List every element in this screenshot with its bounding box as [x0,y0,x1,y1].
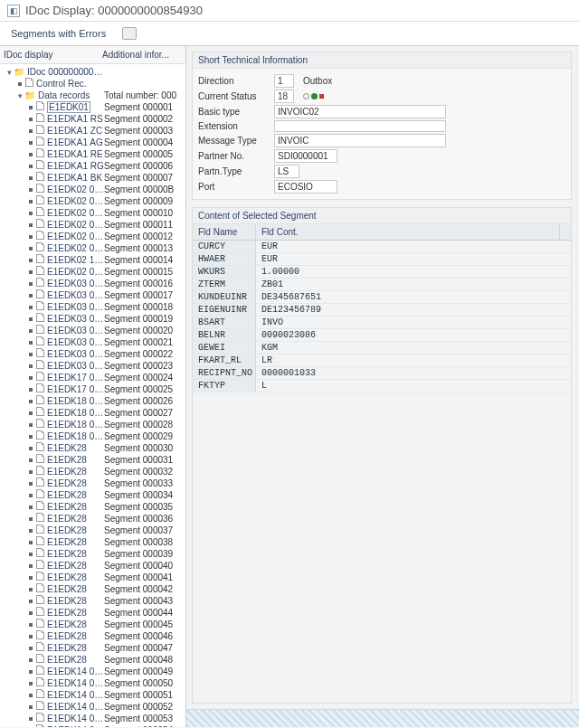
message-type-label: Message Type [198,136,274,146]
field-row-HWAER[interactable]: HWAEREUR [193,253,571,266]
segment-E1EDK18-001[interactable]: E1EDK18 001Segment 000026 [0,395,185,407]
field-row-BSART[interactable]: BSARTINVO [193,317,571,329]
segment-E1EDK28[interactable]: E1EDK28Segment 000045 [0,619,185,630]
status-label: Current Status [198,91,274,101]
app-icon: ◧ [7,5,20,17]
grid-scroll-spacer [560,224,571,240]
segment-E1EDK02-002[interactable]: E1EDK02 002Segment 000010 [0,207,185,219]
status-indicator [303,93,324,99]
tree-panel: IDoc display Additional infor... ▾📁IDoc … [0,46,186,727]
segment-E1EDK02-009[interactable]: E1EDK02 009Segment 00000B [0,184,185,195]
segment-E1EDK28[interactable]: E1EDK28Segment 000043 [0,595,185,607]
segment-E1EDK03-011[interactable]: E1EDK03 011Segment 000020 [0,325,185,336]
partner-no-value: SDI0000001 [274,149,337,163]
segments-with-errors-button[interactable]: Segments with Errors [11,28,106,39]
field-row-CURCY[interactable]: CURCYEUR [193,241,571,253]
segment-E1EDKA1-RS[interactable]: E1EDKA1 RSSegment 000002 [0,113,185,125]
field-row-FKTYP[interactable]: FKTYPL [193,380,571,392]
tree-control-rec[interactable]: Control Rec. [0,78,185,90]
segment-E1EDK17-001[interactable]: E1EDK17 001Segment 000024 [0,372,185,383]
tree-header-col2: Additional infor... [102,50,182,60]
segment-E1EDK28[interactable]: E1EDK28Segment 000031 [0,454,185,466]
segment-E1EDK14-007[interactable]: E1EDK14 007Segment 000050 [0,677,185,689]
segment-E1EDK28[interactable]: E1EDK28Segment 000046 [0,630,185,642]
port-value: ECOSIO [274,180,337,194]
segment-E1EDK14-003[interactable]: E1EDK14 003Segment 000053 [0,713,185,724]
segment-content-header: Content of Selected Segment [193,208,571,224]
grid-col-fldname[interactable]: Fld Name [193,224,256,240]
segment-E1EDK03-048[interactable]: E1EDK03 048Segment 000023 [0,360,185,372]
toolbar: Segments with Errors [0,22,579,46]
segment-E1EDKA1-RG[interactable]: E1EDKA1 RGSegment 000006 [0,160,185,172]
segment-E1EDKA1-ZC[interactable]: E1EDKA1 ZCSegment 000003 [0,125,185,137]
segment-E1EDK02-001[interactable]: E1EDK02 001Segment 000009 [0,195,185,207]
basic-type-value: INVOIC02 [274,105,446,118]
field-row-ZTERM[interactable]: ZTERMZB01 [193,279,571,291]
segment-E1EDK02-017[interactable]: E1EDK02 017Segment 000012 [0,231,185,242]
field-row-KUNDEUINR[interactable]: KUNDEUINRDE345687651 [193,291,571,304]
grid-body[interactable]: CURCYEURHWAEREURWKURS1.00000ZTERMZB01KUN… [193,241,571,703]
segment-E1EDK28[interactable]: E1EDK28Segment 000039 [0,548,185,560]
segment-E1EDK28[interactable]: E1EDK28Segment 000037 [0,525,185,536]
segment-E1EDK03-028[interactable]: E1EDK03 028Segment 000022 [0,348,185,360]
segment-E1EDK28[interactable]: E1EDK28Segment 000040 [0,560,185,572]
segment-E1EDK01[interactable]: E1EDK01Segment 000001 [0,101,185,113]
segment-E1EDK14-008[interactable]: E1EDK14 008Segment 000049 [0,666,185,677]
port-label: Port [198,182,274,192]
segment-E1EDK03-024[interactable]: E1EDK03 024Segment 000021 [0,336,185,348]
segment-E1EDK18-005[interactable]: E1EDK18 005Segment 000029 [0,430,185,442]
segment-E1EDK28[interactable]: E1EDK28Segment 000033 [0,477,185,489]
partn-type-label: Partn.Type [198,166,274,176]
segment-E1EDK03-012[interactable]: E1EDK03 012Segment 000019 [0,313,185,325]
tree-data-records[interactable]: ▾📁Data recordsTotal number: 000 [0,90,185,101]
tree-header: IDoc display Additional infor... [0,46,185,64]
field-row-EIGENUINR[interactable]: EIGENUINRDE123456789 [193,304,571,317]
direction-label: Direction [198,76,274,86]
segment-E1EDKA1-RE[interactable]: E1EDKA1 RESegment 000005 [0,148,185,160]
field-row-WKURS[interactable]: WKURS1.00000 [193,266,571,279]
segment-E1EDK28[interactable]: E1EDK28Segment 000041 [0,572,185,583]
segment-E1EDK28[interactable]: E1EDK28Segment 000044 [0,607,185,619]
segment-E1EDK28[interactable]: E1EDK28Segment 000035 [0,501,185,513]
partner-no-label: Partner No. [198,151,274,161]
tech-info-header: Short Technical Information [193,52,571,69]
field-row-GEWEI[interactable]: GEWEIKGM [193,342,571,355]
tech-info-panel: Short Technical Information Direction1Ou… [192,52,572,200]
segment-E1EDK18-002[interactable]: E1EDK18 002Segment 000027 [0,407,185,419]
segment-E1EDK28[interactable]: E1EDK28Segment 000048 [0,654,185,666]
segment-E1EDK28[interactable]: E1EDK28Segment 000034 [0,489,185,501]
segment-E1EDK03-026[interactable]: E1EDK03 026Segment 000016 [0,278,185,289]
layout-icon-button[interactable] [122,27,137,40]
segment-E1EDKA1-BK[interactable]: E1EDKA1 BKSegment 000007 [0,172,185,184]
segment-E1EDK28[interactable]: E1EDK28Segment 000042 [0,583,185,595]
segment-E1EDK14-006[interactable]: E1EDK14 006Segment 000051 [0,689,185,701]
segment-E1EDK03-001[interactable]: E1EDK03 001Segment 000017 [0,289,185,301]
segment-E1EDK02-107[interactable]: E1EDK02 107Segment 000014 [0,254,185,266]
segment-E1EDK18-003[interactable]: E1EDK18 003Segment 000028 [0,419,185,430]
segment-E1EDK28[interactable]: E1EDK28Segment 000032 [0,466,185,477]
tree-body[interactable]: ▾📁IDoc 0000000000854930Control Rec.▾📁Dat… [0,64,185,727]
window-title: IDoc Display: 0000000000854930 [25,4,203,17]
segment-E1EDK17-002[interactable]: E1EDK17 002Segment 000025 [0,383,185,395]
segment-E1EDK28[interactable]: E1EDK28Segment 000038 [0,536,185,548]
segment-E1EDK14-021[interactable]: E1EDK14 021Segment 000054 [0,724,185,727]
basic-type-label: Basic type [198,107,274,117]
segment-E1EDK02-064[interactable]: E1EDK02 064Segment 000015 [0,266,185,278]
field-row-FKART_RL[interactable]: FKART_RLLR [193,355,571,367]
direction-text: Outbox [303,76,332,86]
window-titlebar: ◧ IDoc Display: 0000000000854930 [0,0,579,22]
segment-E1EDK14-015[interactable]: E1EDK14 015Segment 000052 [0,701,185,713]
extension-label: Extension [198,121,274,131]
segment-E1EDK28[interactable]: E1EDK28Segment 000047 [0,642,185,654]
grid-col-fldcont[interactable]: Fld Cont. [256,224,560,240]
segment-E1EDK02-012[interactable]: E1EDK02 012Segment 000011 [0,219,185,231]
segment-E1EDK28[interactable]: E1EDK28Segment 000036 [0,513,185,525]
segment-E1EDK02-087[interactable]: E1EDK02 087Segment 000013 [0,242,185,254]
field-row-RECIPNT_NO[interactable]: RECIPNT_NO0000001033 [193,367,571,380]
segment-E1EDK28[interactable]: E1EDK28Segment 000030 [0,442,185,454]
status-bar-hatch [186,709,579,727]
segment-E1EDKA1-AG[interactable]: E1EDKA1 AGSegment 000004 [0,137,185,148]
field-row-BELNR[interactable]: BELNR0090023086 [193,329,571,342]
segment-E1EDK03-022[interactable]: E1EDK03 022Segment 000018 [0,301,185,313]
tree-root[interactable]: ▾📁IDoc 0000000000854930 [0,66,185,78]
